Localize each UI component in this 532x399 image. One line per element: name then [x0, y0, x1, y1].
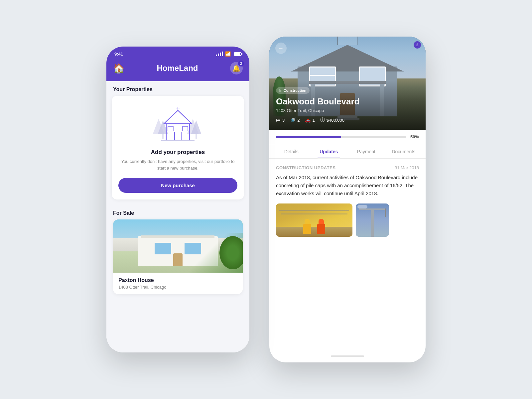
status-pill: In Construction — [276, 87, 310, 94]
property-image-paxton — [113, 219, 243, 273]
notification-badge: 2 — [238, 61, 244, 66]
property-name-paxton: Paxton House — [118, 277, 237, 283]
app-title: HomeLand — [157, 64, 198, 73]
bath-icon: 🚿 — [290, 117, 296, 123]
update-title: Construction Updates — [276, 165, 335, 170]
update-date: 31 Mar 2018 — [395, 165, 419, 170]
worker-scene — [276, 203, 352, 237]
property-title: Oakwood Boulevard — [276, 96, 419, 107]
app-logo: 🏠 — [113, 63, 125, 74]
car-icon: 🚗 — [305, 117, 311, 123]
status-icons-left: 📶 — [216, 51, 241, 57]
tab-updates[interactable]: Updates — [310, 144, 348, 158]
price-icon: ⓘ — [320, 117, 325, 123]
notification-button[interactable]: 🔔 2 — [230, 62, 243, 74]
phone-body-left: Your Properties — [106, 81, 249, 352]
spec-garage: 🚗 1 — [305, 117, 315, 123]
app-header-left: 🏠 HomeLand 🔔 2 — [106, 59, 249, 81]
garage-count: 1 — [312, 118, 315, 123]
property-info-paxton: Paxton House 1408 Otter Trail, Chicago — [113, 273, 243, 294]
tab-details[interactable]: Details — [273, 144, 310, 158]
property-hero: ← 2 In Construction Oakwood Boulevard 14… — [269, 37, 426, 130]
home-search-icon: 🏠 — [113, 63, 125, 74]
tab-payment[interactable]: Payment — [347, 144, 385, 158]
wifi-icon: 📶 — [225, 51, 231, 57]
beds-count: 3 — [282, 118, 285, 123]
for-sale-header: For Sale — [113, 205, 243, 219]
hero-notification: 2 — [414, 41, 421, 49]
baths-count: 2 — [297, 118, 300, 123]
svg-rect-8 — [175, 132, 181, 140]
hero-notif-badge: 2 — [414, 41, 421, 49]
time-left: 9:41 — [114, 52, 123, 57]
progress-label: 50% — [410, 134, 419, 139]
price-value: $400,000 — [327, 118, 344, 123]
spec-beds: 🛏 3 — [276, 117, 285, 123]
home-indicator — [331, 355, 364, 357]
add-properties-title: Add your properties — [118, 149, 237, 156]
svg-rect-1 — [162, 134, 164, 139]
svg-rect-9 — [168, 126, 173, 131]
bed-icon: 🛏 — [276, 117, 281, 123]
update-header: Construction Updates 31 Mar 2018 — [276, 165, 419, 170]
svg-rect-4 — [196, 134, 197, 139]
add-properties-card: Add your properties You currently don't … — [112, 96, 244, 200]
house-illustration — [151, 104, 204, 144]
battery-icon — [234, 52, 241, 56]
spec-baths: 🚿 2 — [290, 117, 300, 123]
progress-section: 50% — [269, 130, 426, 144]
update-images — [276, 203, 419, 237]
update-image-crane — [356, 203, 389, 237]
status-bar-left: 9:41 📶 — [106, 47, 249, 59]
svg-rect-10 — [183, 126, 188, 131]
progress-bar — [276, 136, 406, 138]
hero-overlay: In Construction Oakwood Boulevard 1408 O… — [269, 80, 426, 130]
add-properties-subtitle: You currently don't have any properties,… — [118, 158, 237, 171]
svg-marker-7 — [164, 110, 192, 124]
tab-documents[interactable]: Documents — [385, 144, 423, 158]
progress-fill — [276, 136, 341, 138]
property-specs: 🛏 3 🚿 2 🚗 1 ⓘ $400,000 — [276, 117, 419, 123]
spec-price: ⓘ $400,000 — [320, 117, 344, 123]
home-indicator-container — [269, 350, 426, 362]
signal-icon — [216, 52, 223, 56]
new-purchase-button[interactable]: New purchase — [118, 178, 237, 193]
tab-content-updates: Construction Updates 31 Mar 2018 As of M… — [269, 159, 426, 350]
property-address-paxton: 1408 Otter Trail, Chicago — [118, 285, 237, 290]
property-card-paxton[interactable]: Paxton House 1408 Otter Trail, Chicago — [113, 219, 243, 294]
update-image-workers — [276, 203, 352, 237]
your-properties-header: Your Properties — [106, 81, 249, 96]
tabs-row: Details Updates Payment Documents — [269, 144, 426, 159]
update-body: As of Mar 2018, current activities of Oa… — [276, 174, 419, 198]
left-phone: 9:41 📶 🏠 HomeLand 🔔 2 Your Propertie — [106, 47, 249, 352]
for-sale-section: For Sale — [106, 205, 249, 294]
right-phone: ← 2 In Construction Oakwood Boulevard 14… — [269, 37, 426, 362]
property-address-right: 1408 Otter Trail, Chicago — [276, 108, 419, 113]
back-button[interactable]: ← — [275, 43, 287, 54]
